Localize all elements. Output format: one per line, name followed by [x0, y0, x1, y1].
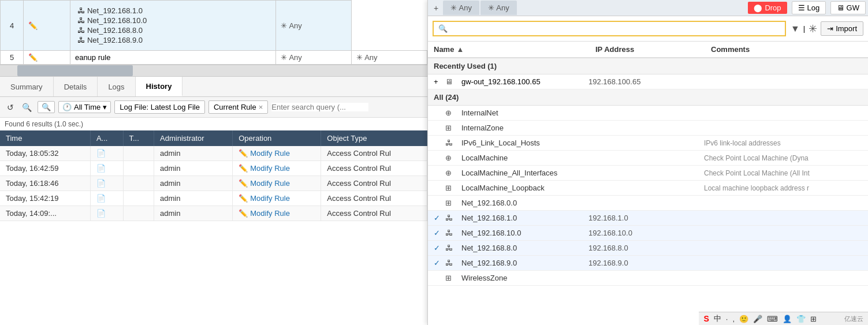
ime-keyboard-icon: ⌨: [767, 315, 778, 323]
ime-person-icon: 👤: [783, 315, 792, 323]
all-section-header: All (24): [428, 89, 868, 106]
asterisk-icon: ✳: [356, 53, 363, 62]
tab-label: Any: [459, 3, 472, 12]
right-panel: + ✳ Any ✳ Any ⬤ Drop ☰ Log 🖥 GW 🔍: [427, 0, 868, 325]
all-label: All (24): [434, 93, 459, 102]
op-cell: ✏️Modify Rule: [233, 206, 321, 221]
drop-label: Drop: [765, 3, 781, 12]
list-item[interactable]: ⊕ LocalMachine_All_Interfaces Check Poin…: [428, 166, 868, 181]
add-tab-button[interactable]: +: [430, 3, 442, 13]
import-arrow-icon: ⇥: [827, 24, 833, 33]
item-ip: 192.168.100.65: [588, 77, 704, 86]
object-list: Recently Used (1) + 🖥 gw-out_192.168.100…: [428, 58, 868, 325]
col-ip-header[interactable]: IP Address: [595, 45, 711, 54]
filter-icon[interactable]: ▼: [791, 24, 800, 34]
list-item[interactable]: ⊞ Net_192.168.0.0: [428, 196, 868, 211]
gw-button[interactable]: 🖥 GW: [830, 1, 866, 14]
magnifier-plus-button[interactable]: 🔍: [20, 102, 34, 113]
list-item[interactable]: ⊞ WirelessZone: [428, 271, 868, 286]
time-label: All Time: [74, 103, 100, 111]
search-box[interactable]: 🔍: [38, 101, 55, 113]
current-rule-tag[interactable]: Current Rule ×: [208, 100, 268, 114]
tab-logs[interactable]: Logs: [98, 77, 135, 96]
log-button[interactable]: ☰ Log: [792, 1, 826, 14]
ime-s-icon: S: [703, 314, 709, 323]
import-label: Import: [836, 24, 857, 33]
list-item: 🖧 Net_192.168.1.0: [77, 6, 269, 15]
net-list-cell: 🖧 Net_192.168.1.0 🖧 Net_192.168.10.0 🖧 N…: [70, 1, 276, 51]
comments-label: Comments: [711, 45, 750, 54]
doc-icon: 📄: [96, 164, 106, 173]
close-icon[interactable]: ×: [259, 103, 263, 111]
item-name: WirelessZone: [461, 274, 588, 282]
list-item[interactable]: ⊞ LocalMachine_Loopback Local machine lo…: [428, 181, 868, 196]
col-name-header[interactable]: Name ▲: [434, 45, 595, 54]
admin-cell: admin: [154, 161, 233, 176]
ime-dot-icon: ·: [726, 315, 728, 323]
network-icon: ⊕: [445, 169, 461, 177]
search-query-input[interactable]: [271, 103, 368, 111]
object-search-input[interactable]: [448, 24, 780, 33]
doc-icon: 📄: [96, 194, 106, 203]
search-input-wrapper[interactable]: 🔍: [433, 21, 786, 36]
top-actions: ⬤ Drop ☰ Log 🖥 GW: [748, 1, 866, 14]
list-item[interactable]: ✓ 🖧 Net_192.168.1.0 192.168.1.0: [428, 211, 868, 226]
doc-icon: 📄: [96, 179, 106, 188]
drop-button[interactable]: ⬤ Drop: [748, 2, 787, 14]
list-item[interactable]: ⊕ InternalNet: [428, 106, 868, 121]
top-tab-any1[interactable]: ✳ Any: [443, 1, 479, 15]
tab-summary[interactable]: Summary: [0, 77, 54, 96]
current-rule-label: Current Rule: [214, 103, 256, 111]
item-name: Net_192.168.1.0: [461, 214, 588, 222]
import-button[interactable]: ⇥ Import: [821, 21, 863, 36]
tab-details[interactable]: Details: [54, 77, 98, 96]
col-comments-header[interactable]: Comments: [711, 45, 862, 54]
top-tab-any2[interactable]: ✳ Any: [480, 1, 517, 15]
item-name: InternalZone: [461, 124, 588, 132]
list-item[interactable]: 🖧 IPv6_Link_Local_Hosts IPv6 link-local …: [428, 136, 868, 151]
item-name: IPv6_Link_Local_Hosts: [461, 139, 588, 147]
asterisk-options-icon[interactable]: ✳: [809, 23, 817, 35]
list-item[interactable]: ✓ 🖧 Net_192.168.8.0 192.168.8.0: [428, 241, 868, 256]
object-table-header: Name ▲ IP Address Comments: [428, 42, 868, 58]
any-service-label: Any: [364, 53, 377, 62]
list-item[interactable]: ✓ 🖧 Net_192.168.9.0 192.168.9.0: [428, 256, 868, 271]
list-item[interactable]: ⊕ LocalMachine Check Point Local Machine…: [428, 151, 868, 166]
network-icon: 🖧: [77, 6, 85, 15]
scrollbar-thumb[interactable]: [17, 65, 133, 76]
log-file-button[interactable]: Log File: Latest Log File: [114, 100, 205, 114]
list-item[interactable]: ⊞ InternalZone: [428, 121, 868, 136]
horizontal-scrollbar[interactable]: [0, 65, 427, 76]
rule-icon-cell: ✏️: [24, 51, 70, 65]
check-icon: ✓: [434, 214, 445, 222]
tab-label: Any: [496, 3, 509, 12]
table-row: 5 ✏️ eanup rule ✳ Any ✳ Any: [1, 51, 427, 65]
row-number: 5: [1, 51, 24, 65]
list-item[interactable]: + 🖥 gw-out_192.168.100.65 192.168.100.65: [428, 74, 868, 89]
log-file-label: Log File: Latest Log File: [120, 103, 200, 111]
time-cell: Today, 18:05:32: [0, 146, 90, 161]
list-item: 🖧 Net_192.168.9.0: [77, 36, 269, 44]
table-row: 4 ✏️ 🖧 Net_192.168.1.0 🖧 Net_192.168.10.…: [1, 1, 427, 51]
table-row: Today, 14:09:... 📄 admin ✏️Modify Rule A…: [0, 206, 427, 221]
pencil-icon: ✏️: [28, 53, 38, 62]
pencil-icon: ✏️: [239, 164, 248, 173]
network-icon: 🖧: [77, 16, 85, 25]
gw-icon: 🖥: [837, 3, 844, 12]
table-row: Today, 18:05:32 📄 admin ✏️Modify Rule Ac…: [0, 146, 427, 161]
list-item[interactable]: ✓ 🖧 Net_192.168.10.0 192.168.10.0: [428, 226, 868, 241]
admin-cell: admin: [154, 146, 233, 161]
row-number: 4: [1, 1, 24, 51]
op-cell: ✏️Modify Rule: [233, 146, 321, 161]
obj-type-cell: Access Control Rul: [321, 176, 427, 191]
a-cell: 📄: [90, 161, 123, 176]
add-col[interactable]: +: [434, 77, 445, 86]
tab-history[interactable]: History: [136, 77, 183, 96]
op-cell: ✏️Modify Rule: [233, 161, 321, 176]
ime-chinese-icon: 中: [714, 313, 721, 324]
any-label: Any: [289, 21, 301, 30]
net-name: Net_192.168.8.0: [87, 26, 143, 35]
time-dropdown[interactable]: 🕐 All Time ▾: [58, 101, 111, 113]
admin-cell: admin: [154, 176, 233, 191]
refresh-button[interactable]: ↺: [5, 102, 16, 113]
